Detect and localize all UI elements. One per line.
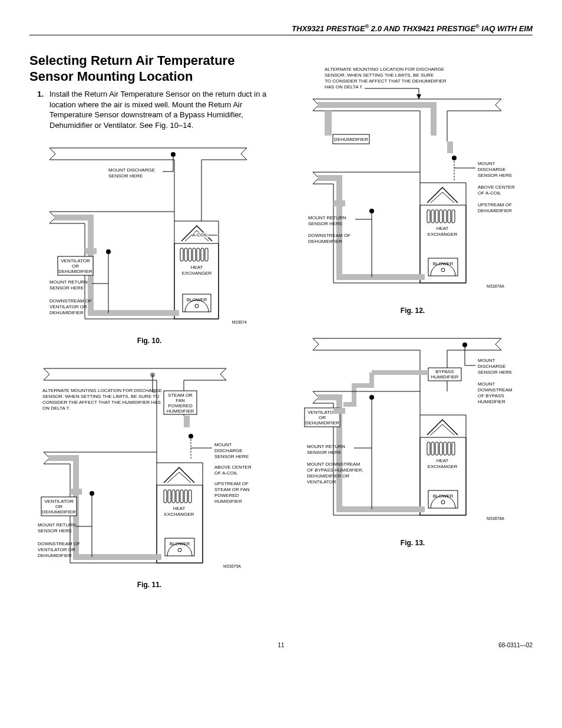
fig11-md1: MOUNT [214,442,232,447]
svg-rect-18 [205,248,208,261]
fig11-svg: ALTERNATE MOUNTING LOCATION FOR DISCHARG… [38,363,262,575]
svg-rect-13 [184,248,187,261]
svg-rect-95 [333,200,345,206]
svg-rect-49 [176,490,179,503]
fig13-he1: HEAT [436,458,448,463]
fig12-ds2: DEHUMIDIFIER [308,239,342,244]
fig11-s3: POWERED [168,403,193,409]
svg-rect-87 [448,210,451,223]
svg-rect-26 [85,248,97,254]
fig13-svg: MOUNT DISCHARGE SENSOR HERE MOUNT DOWNST… [301,332,525,533]
svg-rect-14 [189,248,191,261]
svg-marker-66 [416,94,421,99]
fig11-v1: VENTILATOR [44,499,74,504]
fig12-ac2: OF A-COIL [478,190,501,196]
svg-rect-50 [180,490,183,503]
fig13-md2: DISCHARGE [478,364,506,369]
fig10-he2: EXCHANGER [181,271,211,276]
fig13-he2: EXCHANGER [427,464,457,469]
fig12-ac1: ABOVE CENTER [478,185,515,190]
fig11-he2: EXCHANGER [164,512,194,517]
fig11-ds1: DOWNSTREAM OF [38,541,80,546]
fig10-svg: MOUNT DISCHARGE SENSOR HERE A-COIL [44,142,256,331]
svg-rect-88 [452,210,455,223]
fig12-md1: MOUNT [478,161,495,166]
fig11-v2: OR [55,504,62,509]
fig13-mdn2: DOWNSTREAM [478,387,513,393]
fig12-a1: ALTERNATE MOUNTING LOCATION FOR DISCHARG… [325,67,444,72]
page-header: THX9321 PRESTIGE® 2.0 AND THX9421 PRESTI… [29,24,533,35]
fig12-up2: DEHUMIDIFIER [478,208,512,213]
fig11-ac1: ABOVE CENTER [214,465,252,470]
fig10-md2: SENSOR HERE [108,173,143,179]
fig11-caption: Fig. 11. [29,581,269,589]
fig10-ds1: DOWNSTREAM OF [49,298,92,304]
fig12-mr1: MOUNT RETURN [308,215,346,220]
page-footer: 11 68-0311—02 [29,642,533,648]
fig10-md1: MOUNT DISCHARGE [108,167,155,173]
svg-rect-115 [439,442,442,455]
fig11-mr1: MOUNT RETURN [38,522,76,528]
fig11-he1: HEAT [173,506,185,511]
fig11-code: M33075A [223,564,241,568]
svg-point-90 [441,268,445,272]
svg-rect-51 [184,490,187,503]
fig11-s1: STEAM OR [168,393,193,398]
svg-rect-60 [70,489,82,495]
fig13-mdn1: MOUNT [478,381,495,387]
fig13-ds4: VENTILATOR [307,479,336,485]
fig12-blower: BLOWER [432,261,453,266]
fig13-mdn4: HUMIDIFIER [478,399,505,404]
svg-point-54 [178,548,181,552]
fig11-ds3: DEHUMIDIFIER [38,553,72,558]
svg-rect-48 [172,490,175,503]
fig13-v2: OR [319,415,326,420]
svg-point-120 [441,500,445,504]
fig13-by1: BYPASS [435,369,454,374]
fig10-blower: BLOWER [186,297,207,302]
figure-13: MOUNT DISCHARGE SENSOR HERE MOUNT DOWNST… [293,332,533,547]
fig13-ds1: MOUNT DOWNSTREAM [307,462,360,467]
fig12-a3: TO CONSIDER THE AFFECT THAT THE DEHUMIDI… [325,78,447,84]
figure-12: ALTERNATE MOUNTING LOCATION FOR DISCHARG… [293,65,533,315]
fig13-mr1: MOUNT RETURN [307,444,345,449]
svg-rect-126 [333,408,345,414]
svg-rect-112 [427,442,430,455]
svg-rect-17 [201,248,204,261]
fig12-a2: SENSOR. WHEN SETTING THE LIMITS, BE SURE [325,73,434,78]
reg-mark-2: ® [475,24,480,29]
header-mid: 2.0 AND THX9421 PRESTIGE [369,24,475,33]
right-column: ALTERNATE MOUNTING LOCATION FOR DISCHARG… [293,53,533,607]
fig12-up1: UPSTREAM OF [478,202,512,207]
svg-rect-116 [444,442,447,455]
svg-rect-84 [435,210,438,223]
fig12-he1: HEAT [436,226,448,231]
fig12-a4: HAS ON DELTA T. [325,84,363,90]
fig10-ds2: VENTILATOR OR [49,304,87,309]
fig11-up4: HUMIDIFIER [214,499,242,504]
fig13-mr2: SENSOR HERE [307,450,341,455]
fig11-v3: DEHUMIDIFIER [42,509,76,515]
list-text: Install the Return Air Temperature Senso… [49,89,269,130]
fig12-dehum: DEHUMIDIFIER [334,137,368,142]
fig11-ds2: VENTILATOR OR [38,547,75,552]
fig11-a3: CONSIDER THE AFFECT THAT THE HUMIDIFIER … [42,400,161,405]
svg-rect-118 [452,442,455,455]
figure-10: MOUNT DISCHARGE SENSOR HERE A-COIL [29,142,269,345]
svg-rect-86 [444,210,447,223]
svg-rect-52 [189,490,191,503]
fig10-mr2: SENSOR HERE [49,285,84,291]
figure-11: ALTERNATE MOUNTING LOCATION FOR DISCHARG… [29,363,269,589]
svg-point-20 [195,304,199,308]
section-title: Selecting Return Air Temperature Sensor … [29,53,269,84]
fig12-he2: EXCHANGER [427,232,457,237]
fig13-ds2: OF BYPASS HUMIDIFIER, [307,467,363,473]
fig10-v2: OR [72,263,79,269]
left-column: Selecting Return Air Temperature Sensor … [29,53,269,607]
svg-rect-113 [431,442,434,455]
fig12-svg: ALTERNATE MOUNTING LOCATION FOR DISCHARG… [301,65,525,301]
fig12-code: M33076A [487,284,504,288]
svg-rect-47 [168,490,171,503]
fig10-v3: DEHUMIDIFIER [58,269,92,274]
fig13-v3: DEHUMIDIFIER [305,420,339,426]
